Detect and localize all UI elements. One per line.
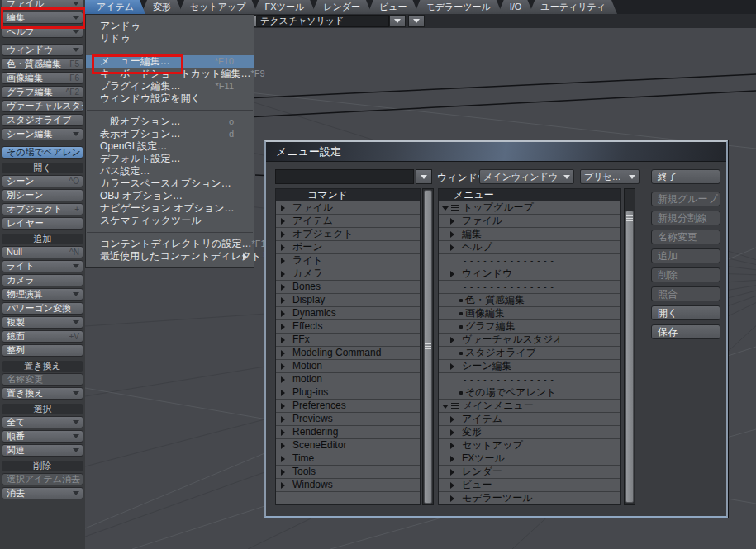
sidebar-item-レイヤー[interactable]: レイヤー [2, 217, 83, 230]
menu-tree-row-FXツール[interactable]: FXツール [439, 452, 620, 466]
menu-tree-row-画像編集[interactable]: 画像編集 [439, 307, 620, 320]
menu-tree-row-編集[interactable]: 編集 [439, 228, 620, 241]
tab-レンダー[interactable]: レンダー [311, 0, 372, 14]
command-search-input[interactable] [275, 169, 414, 184]
menu-tree-row-グラフ編集[interactable]: グラフ編集 [439, 320, 620, 334]
command-row-Preferences[interactable]: Preferences [276, 400, 420, 413]
tab-アイテム[interactable]: アイテム [85, 0, 145, 14]
menu-tree-row-モデラーツール[interactable]: モデラーツール [439, 492, 620, 505]
menu-item-プラグイン編集…[interactable]: プラグイン編集…*F11 [86, 80, 254, 92]
menu-tree-row-ファイル[interactable]: ファイル [439, 215, 620, 228]
menu-tree-row-セットアップ[interactable]: セットアップ [439, 439, 620, 452]
menu-item-ナビゲーション オプション…[interactable]: ナビゲーション オプション… [86, 202, 254, 215]
menu-item-リドゥ[interactable]: リドゥ [86, 32, 254, 45]
command-row-Plug-ins[interactable]: Plug-ins [276, 386, 420, 400]
menu-tree-row-ビュー[interactable]: ビュー [439, 479, 620, 492]
sidebar-item-全て[interactable]: 全て [2, 416, 83, 428]
command-row-Windows[interactable]: Windows [276, 479, 420, 492]
dialog-button-保存[interactable]: 保存 [651, 324, 720, 339]
shading-mode-combo[interactable]: テクスチャソリッド [257, 15, 389, 27]
menu-item-コンテントディレクトリの設定…[interactable]: コンテントディレクトリの設定…*F12 [86, 238, 254, 250]
menu-item-一般オプション…[interactable]: 一般オプション…o [86, 116, 254, 128]
preset-select[interactable]: プリセ… [580, 169, 640, 184]
sidebar-item-Null[interactable]: Null^N [2, 246, 83, 258]
menu-item-OpenGL設定…[interactable]: OpenGL設定… [86, 140, 254, 153]
menu-tree-row-separator[interactable]: - - - - - - - - - - - - - - [439, 373, 620, 386]
command-row-Time[interactable]: Time [276, 452, 420, 466]
menu-tree-row-separator[interactable]: - - - - - - - - - - - - - - [439, 281, 620, 294]
menu-tree-row-シーン編集[interactable]: シーン編集 [439, 360, 620, 373]
menu-item-OBJ オプション…[interactable]: OBJ オプション… [86, 190, 254, 202]
shading-dropdown-button[interactable] [389, 15, 406, 27]
command-row-Previews[interactable]: Previews [276, 413, 420, 426]
sidebar-item-鏡面[interactable]: 鏡面+V [2, 330, 83, 343]
menu-tree-row-separator[interactable]: - - - - - - - - - - - - - - [439, 254, 620, 267]
sidebar-item-画像編集[interactable]: 画像編集F6 [2, 72, 83, 84]
menu-tree-row-ウィンドウ[interactable]: ウィンドウ [439, 267, 620, 281]
dialog-button-終了[interactable]: 終了 [651, 169, 720, 184]
sidebar-item-別シーン[interactable]: 別シーン [2, 189, 83, 201]
menu-item-最近使用したコンテントディレクトリ[interactable]: 最近使用したコンテントディレクトリ [86, 250, 254, 263]
command-row-カメラ[interactable]: カメラ [276, 267, 420, 281]
sidebar-item-ライト[interactable]: ライト [2, 260, 83, 272]
search-dropdown-button[interactable] [416, 169, 432, 184]
command-row-Display[interactable]: Display [276, 294, 420, 307]
sidebar-item-シーン編集[interactable]: シーン編集 [2, 128, 83, 140]
command-row-オブジェクト[interactable]: オブジェクト [276, 228, 420, 241]
menu-tree-row-メインメニュー[interactable]: メインメニュー [439, 400, 620, 413]
command-row-Bones[interactable]: Bones [276, 281, 420, 294]
menu-item-パス設定…[interactable]: パス設定… [86, 165, 254, 177]
sidebar-item-関連[interactable]: 関連 [2, 444, 83, 457]
tab-ビュー[interactable]: ビュー [368, 0, 419, 14]
command-row-Effects[interactable]: Effects [276, 320, 420, 334]
sidebar-item-複製[interactable]: 複製 [2, 316, 83, 329]
menu-item-スケマティックツール[interactable]: スケマティックツール [86, 215, 254, 227]
menu-tree-row-変形[interactable]: 変形 [439, 426, 620, 439]
dialog-button-開く[interactable]: 開く [651, 305, 720, 320]
tab-セットアップ[interactable]: セットアップ [178, 0, 258, 14]
tab-I/O[interactable]: I/O [498, 0, 534, 14]
window-select[interactable]: メインウィンドウ [479, 169, 574, 184]
command-row-Rendering[interactable]: Rendering [276, 426, 420, 439]
sidebar-item-シーン[interactable]: シーン^O [2, 175, 83, 187]
menu-tree-row-その場でペアレント[interactable]: その場でペアレント [439, 386, 620, 400]
sidebar-item-物理演算[interactable]: 物理演算 [2, 288, 83, 301]
command-list-scrollbar[interactable] [422, 188, 434, 505]
menu-tree-row-トップグループ[interactable]: トップグループ [439, 201, 620, 215]
command-row-FFx[interactable]: FFx [276, 334, 420, 347]
tab-モデラーツール[interactable]: モデラーツール [414, 0, 502, 14]
sidebar-item-その場でペアレント[interactable]: その場でペアレント [2, 146, 83, 159]
command-row-Tools[interactable]: Tools [276, 466, 420, 479]
menu-item-表示オプション…[interactable]: 表示オプション…d [86, 128, 254, 140]
menu-item-ウィンドウ設定を開く[interactable]: ウィンドウ設定を開く [86, 92, 254, 105]
command-row-ライト[interactable]: ライト [276, 254, 420, 267]
menu-item-アンドゥ[interactable]: アンドゥ [86, 20, 254, 32]
sidebar-item-置き換え[interactable]: 置き換え [2, 387, 83, 400]
tab-FXツール[interactable]: FXツール [254, 0, 316, 14]
menu-tree-row-レンダー[interactable]: レンダー [439, 466, 620, 479]
menu-tree-row-色・質感編集[interactable]: 色・質感編集 [439, 294, 620, 307]
sidebar-item-順番[interactable]: 順番 [2, 430, 83, 443]
command-row-Motion[interactable]: Motion [276, 360, 420, 373]
sidebar-item-消去[interactable]: 消去 [2, 487, 83, 499]
sidebar-item-グラフ編集[interactable]: グラフ編集^F2 [2, 86, 83, 98]
sidebar-item-色・質感編集[interactable]: 色・質感編集F5 [2, 58, 83, 70]
menu-item-デフォルト設定…[interactable]: デフォルト設定… [86, 153, 254, 165]
menu-tree-row-アイテム[interactable]: アイテム [439, 413, 620, 426]
sidebar-item-スタジオライブ[interactable]: スタジオライブ [2, 114, 83, 126]
menu-tree-row-ヴァーチャルスタジオ[interactable]: ヴァーチャルスタジオ [439, 334, 620, 347]
command-row-ファイル[interactable]: ファイル [276, 201, 420, 215]
shading-extra-dropdown-button[interactable] [408, 15, 425, 27]
sidebar-item-整列[interactable]: 整列 [2, 344, 83, 357]
tab-変形[interactable]: 変形 [141, 0, 183, 14]
menu-item-カラースペースオプション…[interactable]: カラースペースオプション… [86, 177, 254, 190]
command-row-SceneEditor[interactable]: SceneEditor [276, 439, 420, 452]
sidebar-item-オブジェクト[interactable]: オブジェクト+ [2, 203, 83, 215]
sidebar-item-パワーゴン変換[interactable]: パワーゴン変換 [2, 302, 83, 315]
sidebar-item-ウィンドウ[interactable]: ウィンドウ [2, 44, 83, 56]
sidebar-item-ヴァーチャルスタジオ[interactable]: ヴァーチャルスタジオ [2, 100, 83, 112]
command-row-Modeling Command[interactable]: Modeling Command [276, 347, 420, 360]
sidebar-item-カメラ[interactable]: カメラ [2, 274, 83, 286]
command-row-Dynamics[interactable]: Dynamics [276, 307, 420, 320]
command-row-motion[interactable]: motion [276, 373, 420, 386]
